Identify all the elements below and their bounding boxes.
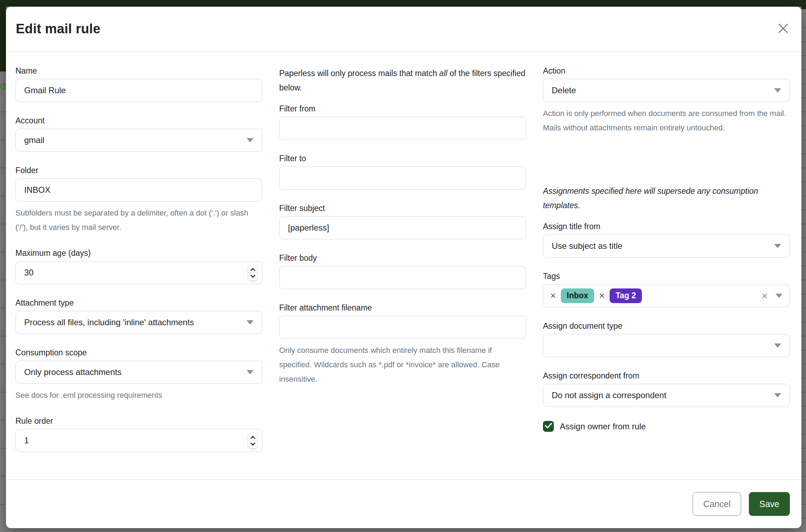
max-age-label: Maximum age (days) [15, 248, 262, 258]
field-max-age: Maximum age (days) [15, 248, 262, 284]
max-age-input[interactable] [15, 261, 262, 284]
consumption-scope-label: Consumption scope [15, 348, 262, 357]
action-value: Delete [552, 86, 576, 95]
filter-to-input[interactable] [279, 166, 526, 190]
spacer [543, 149, 790, 184]
tags-multiselect[interactable]: × Inbox × Tag 2 × [543, 284, 790, 307]
column-general: Name Account gmail Folder Subfolders mus… [15, 66, 262, 479]
field-assign-document-type: Assign document type [543, 321, 790, 357]
account-label: Account [15, 116, 262, 125]
remove-tag-icon[interactable]: × [550, 291, 556, 301]
column-filters: Paperless will only process mails that m… [279, 66, 526, 479]
assign-title-from-label: Assign title from [543, 222, 790, 231]
dialog-body: Name Account gmail Folder Subfolders mus… [6, 52, 801, 479]
assign-document-type-select[interactable] [543, 334, 790, 357]
action-label: Action [543, 66, 790, 76]
consumption-scope-value: Only process attachments [24, 367, 121, 377]
filter-attachment-filename-input[interactable] [279, 316, 526, 339]
chevron-down-icon [774, 343, 781, 348]
cancel-button[interactable]: Cancel [693, 492, 741, 516]
chevron-down-icon [774, 244, 781, 248]
tags-label: Tags [543, 272, 790, 281]
attachment-type-select[interactable]: Process all files, including 'inline' at… [15, 311, 262, 334]
account-select[interactable]: gmail [15, 129, 262, 152]
filter-subject-input[interactable] [279, 216, 526, 239]
assign-title-from-value: Use subject as title [552, 241, 622, 251]
field-folder: Folder Subfolders must be separated by a… [15, 166, 262, 234]
assign-owner-label: Assign owner from rule [560, 422, 646, 431]
field-assign-owner: Assign owner from rule [543, 421, 790, 432]
filter-body-input[interactable] [279, 266, 526, 289]
stepper-up-icon[interactable] [250, 436, 255, 441]
folder-input[interactable] [15, 178, 262, 202]
field-consumption-scope: Consumption scope Only process attachmen… [15, 348, 262, 402]
rule-order-stepper[interactable] [248, 432, 257, 449]
save-button[interactable]: Save [749, 492, 790, 516]
max-age-stepper[interactable] [248, 265, 257, 281]
edit-mail-rule-dialog: Edit mail rule Name Account gmail [6, 7, 801, 528]
field-action: Action Delete Action is only performed w… [543, 66, 790, 135]
filter-from-input[interactable] [279, 117, 526, 140]
field-rule-order: Rule order [15, 416, 262, 452]
chevron-down-icon [775, 294, 783, 298]
attachment-type-label: Attachment type [15, 298, 262, 308]
stepper-up-icon[interactable] [250, 268, 255, 273]
assign-correspondent-from-select[interactable]: Do not assign a correspondent [543, 384, 790, 407]
rule-order-input[interactable] [15, 429, 262, 452]
filter-from-label: Filter from [279, 104, 526, 114]
column-action-assignments: Action Delete Action is only performed w… [543, 66, 790, 479]
field-account: Account gmail [15, 116, 262, 152]
field-filter-from: Filter from [279, 104, 526, 140]
assign-title-from-select[interactable]: Use subject as title [543, 234, 790, 258]
field-filter-to: Filter to [279, 154, 526, 190]
clear-all-tags-icon[interactable]: × [761, 291, 768, 301]
remove-tag-icon[interactable]: × [599, 291, 605, 301]
filter-body-label: Filter body [279, 253, 526, 263]
field-filter-subject: Filter subject [279, 204, 526, 239]
filter-to-label: Filter to [279, 154, 526, 163]
field-tags: Tags × Inbox × Tag 2 × [543, 272, 790, 307]
name-label: Name [15, 66, 262, 76]
field-assign-title-from: Assign title from Use subject as title [543, 222, 790, 258]
filter-attachment-filename-help-text: Only consume documents which entirely ma… [279, 343, 526, 386]
name-input[interactable] [15, 79, 262, 102]
field-attachment-type: Attachment type Process all files, inclu… [15, 298, 262, 334]
filter-subject-label: Filter subject [279, 204, 526, 213]
tag-pill-tag2: Tag 2 [610, 288, 642, 303]
chevron-down-icon [774, 393, 781, 397]
consumption-scope-help-text: See docs for .eml processing requirement… [15, 388, 262, 402]
dimmed-navbar-right [801, 0, 806, 9]
field-filter-body: Filter body [279, 253, 526, 289]
dimmed-page-right-sliver [801, 0, 806, 532]
assign-document-type-label: Assign document type [543, 321, 790, 331]
account-value: gmail [24, 135, 44, 145]
filter-attachment-filename-label: Filter attachment filename [279, 303, 526, 313]
close-icon [777, 22, 789, 35]
stepper-down-icon[interactable] [250, 441, 255, 445]
consumption-scope-select[interactable]: Only process attachments [15, 361, 262, 384]
tag-pill-inbox: Inbox [561, 288, 594, 303]
chevron-down-icon [247, 320, 254, 325]
dimmed-page-left-sliver [0, 0, 6, 532]
filters-intro-text: Paperless will only process mails that m… [279, 66, 526, 95]
chevron-down-icon [247, 138, 254, 142]
rule-order-label: Rule order [15, 416, 262, 426]
checkmark-icon [545, 423, 552, 430]
assign-correspondent-from-value: Do not assign a correspondent [552, 390, 666, 400]
field-filter-attachment-filename: Filter attachment filename Only consume … [279, 303, 526, 386]
dimmed-navbar [0, 0, 806, 7]
folder-label: Folder [15, 166, 262, 175]
filters-intro-prefix: Paperless will only process mails that m… [279, 69, 439, 78]
field-assign-correspondent-from: Assign correspondent from Do not assign … [543, 371, 790, 407]
dialog-header: Edit mail rule [6, 7, 801, 52]
close-button[interactable] [775, 21, 791, 37]
dialog-footer: Cancel Save [6, 479, 801, 528]
action-select[interactable]: Delete [543, 79, 790, 102]
dimmed-navbar-left [0, 0, 6, 71]
stepper-down-icon[interactable] [250, 273, 255, 278]
action-help-text: Action is only performed when documents … [543, 106, 790, 135]
assignments-note: Assignments specified here will supersed… [543, 184, 790, 213]
assign-owner-checkbox[interactable] [543, 421, 554, 432]
field-name: Name [15, 66, 262, 102]
filters-intro-italic: all [439, 69, 447, 78]
